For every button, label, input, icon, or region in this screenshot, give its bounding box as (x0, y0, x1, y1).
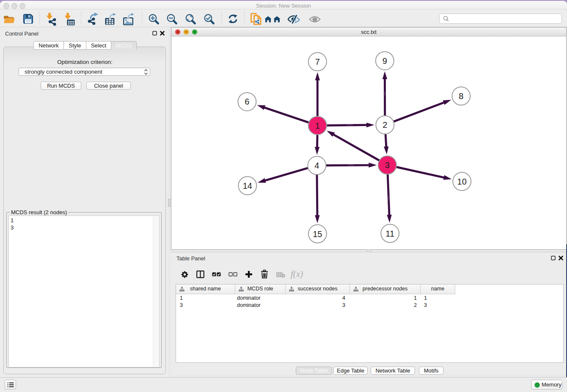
svg-text:3: 3 (385, 160, 390, 170)
svg-text:9: 9 (383, 56, 387, 66)
svg-text:15: 15 (313, 229, 322, 239)
svg-text:1: 1 (315, 121, 320, 130)
svg-text:7: 7 (315, 57, 320, 66)
svg-text:4: 4 (314, 161, 319, 170)
svg-text:10: 10 (457, 177, 467, 186)
svg-text:6: 6 (245, 97, 249, 106)
svg-text:8: 8 (459, 91, 463, 101)
svg-text:2: 2 (383, 120, 387, 130)
svg-text:11: 11 (385, 229, 394, 238)
svg-text:14: 14 (243, 181, 252, 190)
